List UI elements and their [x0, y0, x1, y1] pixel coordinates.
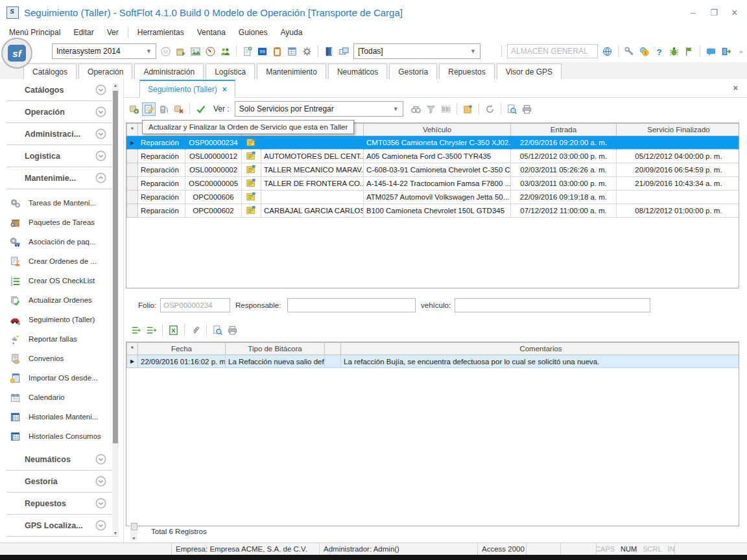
exit-icon[interactable] [720, 45, 732, 58]
menu-item-guiones[interactable]: Guiones [232, 27, 274, 38]
sidebar-section-neum-ticos[interactable]: Neumáticos [6, 449, 118, 471]
company-combobox[interactable]: Interasystem 2014▼ [52, 43, 156, 59]
circle-down-icon[interactable] [93, 452, 108, 467]
menu-item-ayuda[interactable]: Ayuda [274, 27, 309, 38]
sidebar-item-reportar-fallas[interactable]: Reportar fallas [0, 329, 123, 349]
overflow-icon[interactable]: » [735, 45, 747, 58]
column-header[interactable]: Fecha [138, 343, 226, 355]
column-header[interactable]: Servicio Finalizado [617, 124, 740, 136]
clipboard-icon[interactable] [271, 45, 283, 58]
binoculars-icon[interactable] [410, 103, 422, 115]
users-icon[interactable] [219, 45, 231, 58]
vehiculo-input[interactable] [455, 298, 650, 312]
sidebar-section-cat-logos[interactable]: Catálogos [6, 79, 118, 101]
column-header[interactable]: * [127, 124, 138, 136]
table-row[interactable]: ReparaciónOPC000606ATM0257 Automovil Vol… [127, 191, 740, 204]
minimize-button[interactable]: – [687, 8, 699, 18]
module-tab-visor-de-gps[interactable]: Visor de GPS [497, 64, 562, 79]
tab-close-icon[interactable]: × [222, 85, 227, 94]
sidebar-section-operaci-n[interactable]: Operación [6, 101, 118, 123]
sidebar-section-gps-localiza-[interactable]: GPS Localiza... [6, 515, 118, 537]
table-row[interactable]: ▶ReparaciónOSP00000234CMT0356 Camioneta … [127, 136, 740, 150]
table-row[interactable]: ReparaciónOPC000602CARBAJAL GARCIA CARLO… [127, 204, 740, 218]
pump-icon[interactable] [158, 103, 170, 115]
sidebar-item-crear-os-checklist[interactable]: 123Crear OS CheckList [0, 271, 123, 290]
table-row[interactable]: ▶22/09/2016 01:16:02 p. m.La Refacción n… [127, 355, 740, 368]
sidebar-item-crear-ordenes-de[interactable]: Crear Ordenes de ... [0, 251, 123, 271]
module-tab-operaci-n[interactable]: Operación [78, 64, 132, 79]
circle-down-icon[interactable] [93, 127, 108, 141]
circle-down-icon[interactable] [93, 105, 108, 119]
sidebar-item-actualizar-ordenes[interactable]: Actualizar Ordenes [0, 290, 123, 310]
scroll-down-icon[interactable]: ▼ [130, 536, 137, 541]
add-icon[interactable] [128, 103, 140, 115]
sidebar-item-asociaci-n-de-paq[interactable]: Asociación de paq... [0, 232, 123, 251]
home-icon[interactable] [484, 45, 496, 58]
table-row[interactable]: ReparaciónOSL00000012AUTOMOTORES DEL CEN… [127, 150, 740, 163]
module-tab-log-stica[interactable]: Logística [206, 64, 255, 79]
refresh-icon[interactable] [484, 103, 496, 115]
badge-99-icon[interactable]: 99 [256, 45, 268, 58]
sidebar-item-importar-os-desde[interactable]: Importar OS desde... [0, 368, 123, 388]
scroll-up-icon[interactable]: ▲ [112, 83, 119, 88]
menu-item-ver[interactable]: Ver [101, 27, 125, 38]
expand-rows-icon[interactable] [145, 324, 158, 336]
module-tab-repuestos[interactable]: Repuestos [439, 64, 494, 79]
remove-icon[interactable] [172, 103, 185, 115]
sidebar-section-repuestos[interactable]: Repuestos [6, 493, 118, 515]
column-header[interactable]: Tipo de Bitácora [226, 343, 325, 355]
preview-icon[interactable] [506, 103, 518, 115]
gear-icon[interactable] [301, 45, 313, 58]
todas-combobox[interactable]: [Todas]▼ [353, 43, 480, 59]
excel-icon[interactable]: X [167, 324, 180, 336]
circle-down-icon[interactable] [93, 474, 108, 489]
note-icon[interactable] [462, 103, 474, 115]
sidebar-section-logistica[interactable]: Logistica [6, 145, 118, 167]
archive-icon[interactable] [174, 45, 187, 58]
image-icon[interactable] [189, 45, 202, 58]
module-tab-gestor-a[interactable]: Gestoría [389, 64, 437, 79]
module-tab-neum-ticos[interactable]: Neumáticos [328, 64, 387, 79]
table-row[interactable]: ReparaciónOSC00000005TALLER DE FRONTERA … [127, 177, 740, 191]
circle-down-icon[interactable] [93, 149, 108, 163]
m-gray-icon[interactable]: M [160, 45, 172, 58]
m-badge-icon[interactable] [36, 45, 49, 58]
collapse-rows-icon[interactable] [130, 324, 143, 336]
module-tab-cat-logos[interactable]: Catálogos [23, 64, 77, 79]
circle-up-icon[interactable] [93, 171, 108, 185]
circle-down-icon[interactable] [93, 496, 108, 511]
panel-close-icon[interactable]: × [733, 83, 738, 93]
tools-icon[interactable] [623, 45, 635, 58]
sidebar-section-administraci-[interactable]: Administraci... [6, 123, 118, 145]
sidebar-item-calendario[interactable]: Calendario [0, 388, 123, 407]
panel-scrollbar[interactable]: ▼ [130, 522, 137, 541]
sidebar-scrollbar[interactable]: ▲ ▼ [112, 83, 119, 535]
check-icon[interactable] [195, 103, 207, 115]
tab-seguimiento-taller[interactable]: Seguimiento (Taller) × [139, 80, 235, 98]
column-header[interactable]: * [127, 343, 138, 355]
circle-down-icon[interactable] [93, 83, 108, 97]
attach-icon[interactable] [189, 324, 202, 336]
print-icon[interactable] [521, 103, 533, 115]
help-icon[interactable]: ? [653, 45, 665, 58]
scrollbar-thumb[interactable] [131, 523, 137, 530]
column-header[interactable]: Vehículo [364, 124, 511, 136]
print-icon[interactable] [226, 324, 239, 336]
globe-icon[interactable] [601, 45, 613, 58]
preview-icon[interactable] [211, 324, 224, 336]
gauge-icon[interactable] [204, 45, 217, 58]
warehouse-input[interactable] [507, 44, 598, 58]
sidebar-item-seguimiento-taller[interactable]: Seguimiento (Taller) [0, 310, 123, 329]
chat-icon[interactable] [705, 45, 717, 58]
folio-input[interactable] [160, 298, 230, 312]
menu-item-editar[interactable]: Editar [67, 27, 100, 38]
table-row[interactable]: ReparaciónOSL00000002TALLER MECANICO MAR… [127, 163, 740, 177]
circle-down-icon[interactable] [93, 519, 108, 533]
sidebar-item-historiales-consumos[interactable]: Historiales Consumos [0, 426, 123, 446]
column-header[interactable]: Comentarios [341, 343, 740, 355]
new-doc-icon[interactable] [241, 45, 254, 58]
column-header[interactable]: Entrada [511, 124, 617, 136]
restore-button[interactable]: ❐ [708, 8, 720, 18]
close-button[interactable]: ✕ [729, 8, 741, 18]
sidebar-item-paquetes-de-tareas[interactable]: Paquetes de Tareas [0, 213, 123, 232]
